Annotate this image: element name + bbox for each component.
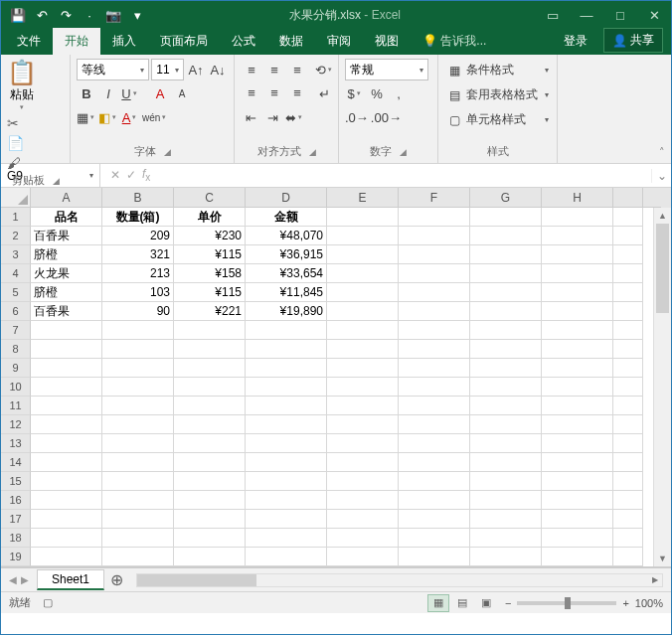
cell-A7[interactable]: [31, 321, 102, 340]
cell-B12[interactable]: [102, 415, 174, 434]
cell-C17[interactable]: [174, 510, 246, 529]
cell-A2[interactable]: 百香果: [31, 227, 102, 245]
row-header-5[interactable]: 5: [1, 283, 31, 302]
orientation-icon[interactable]: ⟲: [314, 59, 334, 80]
cell-C3[interactable]: ¥115: [174, 245, 246, 264]
cell-H7[interactable]: [542, 321, 613, 340]
scroll-right-icon[interactable]: ▶: [648, 574, 662, 586]
cell-I2[interactable]: [613, 227, 643, 245]
column-header-F[interactable]: F: [399, 188, 470, 208]
cell-E3[interactable]: [327, 245, 399, 264]
cell-E8[interactable]: [327, 340, 399, 359]
cell-F7[interactable]: [399, 321, 470, 340]
row-header-17[interactable]: 17: [1, 510, 31, 529]
minimize-icon[interactable]: —: [570, 1, 603, 29]
cell-I15[interactable]: [613, 472, 643, 491]
format-as-table-button[interactable]: ▤套用表格格式 ▾: [444, 83, 551, 106]
row-header-7[interactable]: 7: [1, 321, 31, 340]
cell-G2[interactable]: [470, 227, 542, 245]
cell-I7[interactable]: [613, 321, 643, 340]
cell-A11[interactable]: [31, 397, 102, 415]
cell-B13[interactable]: [102, 434, 174, 453]
cell-D13[interactable]: [246, 434, 327, 453]
cell-F4[interactable]: [399, 264, 470, 283]
cell-C14[interactable]: [174, 453, 246, 472]
cell-I16[interactable]: [613, 491, 643, 510]
tab-view[interactable]: 视图: [363, 28, 411, 55]
cell-F11[interactable]: [399, 397, 470, 415]
column-header-i[interactable]: [613, 188, 643, 208]
cell-E15[interactable]: [327, 472, 399, 491]
redo-icon[interactable]: ↷: [55, 4, 77, 26]
cell-D3[interactable]: ¥36,915: [246, 245, 327, 264]
hscroll-thumb[interactable]: [137, 574, 256, 586]
cell-I13[interactable]: [613, 434, 643, 453]
cell-D10[interactable]: [246, 378, 327, 397]
cell-H4[interactable]: [542, 264, 613, 283]
cell-C18[interactable]: [174, 529, 246, 548]
cell-H18[interactable]: [542, 529, 613, 548]
clipboard-launcher-icon[interactable]: ◢: [53, 176, 60, 186]
column-header-D[interactable]: D: [246, 188, 327, 208]
cell-G15[interactable]: [470, 472, 542, 491]
cell-D17[interactable]: [246, 510, 327, 529]
cell-C7[interactable]: [174, 321, 246, 340]
row-header-1[interactable]: 1: [1, 208, 31, 227]
cell-D7[interactable]: [246, 321, 327, 340]
cell-E10[interactable]: [327, 378, 399, 397]
cell-G18[interactable]: [470, 529, 542, 548]
cell-I14[interactable]: [613, 453, 643, 472]
cell-D18[interactable]: [246, 529, 327, 548]
collapse-ribbon-icon[interactable]: ˄: [659, 146, 665, 159]
ribbon-display-icon[interactable]: ▭: [536, 1, 570, 29]
cell-H10[interactable]: [542, 378, 613, 397]
zoom-in-button[interactable]: +: [622, 597, 628, 609]
cell-B9[interactable]: [102, 359, 174, 378]
cell-E1[interactable]: [327, 208, 399, 227]
cell-B7[interactable]: [102, 321, 174, 340]
tab-insert[interactable]: 插入: [100, 28, 148, 55]
cell-A3[interactable]: 脐橙: [31, 245, 102, 264]
cell-G7[interactable]: [470, 321, 542, 340]
cell-B6[interactable]: 90: [102, 302, 174, 321]
row-header-13[interactable]: 13: [1, 434, 31, 453]
maximize-icon[interactable]: □: [603, 1, 637, 29]
increase-indent-icon[interactable]: ⇥: [262, 106, 282, 128]
cell-E13[interactable]: [327, 434, 399, 453]
cell-F2[interactable]: [399, 227, 470, 245]
cell-E11[interactable]: [327, 397, 399, 415]
cell-G19[interactable]: [470, 548, 542, 566]
cell-F3[interactable]: [399, 245, 470, 264]
cell-C16[interactable]: [174, 491, 246, 510]
cell-E5[interactable]: [327, 283, 399, 302]
cell-D14[interactable]: [246, 453, 327, 472]
cell-B11[interactable]: [102, 397, 174, 415]
cell-B17[interactable]: [102, 510, 174, 529]
cell-C9[interactable]: [174, 359, 246, 378]
border-button[interactable]: ▦: [77, 106, 96, 128]
scroll-thumb[interactable]: [656, 224, 669, 313]
cell-G17[interactable]: [470, 510, 542, 529]
cell-E4[interactable]: [327, 264, 399, 283]
cell-D12[interactable]: [246, 415, 327, 434]
cell-D1[interactable]: 金额: [246, 208, 327, 227]
cell-I5[interactable]: [613, 283, 643, 302]
underline-button[interactable]: U: [120, 82, 140, 104]
tab-formulas[interactable]: 公式: [220, 28, 267, 55]
column-header-H[interactable]: H: [542, 188, 613, 208]
cell-H16[interactable]: [542, 491, 613, 510]
cell-C2[interactable]: ¥230: [174, 227, 246, 245]
cell-B4[interactable]: 213: [102, 264, 174, 283]
format-painter-icon[interactable]: 🖌: [7, 155, 24, 171]
horizontal-scrollbar[interactable]: ◀ ▶: [136, 573, 663, 587]
row-header-4[interactable]: 4: [1, 264, 31, 283]
cell-B14[interactable]: [102, 453, 174, 472]
cell-E19[interactable]: [327, 548, 399, 566]
cell-A12[interactable]: [31, 415, 102, 434]
cell-E12[interactable]: [327, 415, 399, 434]
cell-I12[interactable]: [613, 415, 643, 434]
cell-F17[interactable]: [399, 510, 470, 529]
cell-E7[interactable]: [327, 321, 399, 340]
number-format-combo[interactable]: 常规▾: [345, 59, 428, 80]
row-header-11[interactable]: 11: [1, 397, 31, 415]
